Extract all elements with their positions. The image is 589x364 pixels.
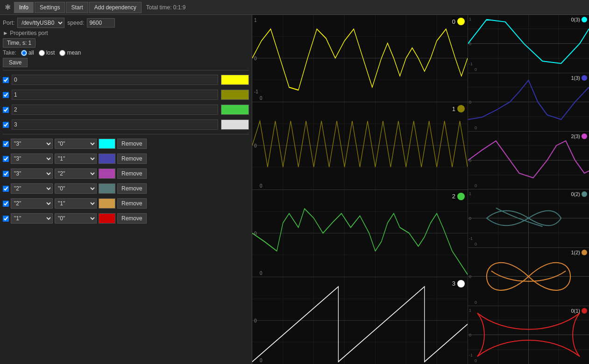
take-mean-label[interactable]: mean — [59, 49, 81, 56]
channel-2-check[interactable] — [3, 107, 9, 113]
dep-1-ch2[interactable]: "1" — [55, 154, 97, 164]
mini-2-3-badge: 2(3) — [571, 133, 587, 139]
chart-2-badge-dot — [457, 193, 465, 200]
channel-row-3 — [3, 118, 249, 131]
chart-2-badge-num: 2 — [452, 193, 455, 200]
channel-1-check[interactable] — [3, 92, 9, 98]
dep-0-remove[interactable]: Remove — [117, 139, 147, 149]
start-button[interactable]: Start — [66, 2, 88, 13]
dep-row-3: "2" "0" Remove — [3, 182, 249, 195]
channel-0-check[interactable] — [3, 77, 9, 83]
dep-3-color[interactable] — [99, 183, 115, 194]
take-all-text: all — [28, 49, 34, 56]
mini-0-3-y2: 0 — [469, 42, 471, 46]
dep-0-check[interactable] — [3, 141, 9, 147]
dep-0-ch1[interactable]: "3" — [11, 139, 53, 149]
channel-row-2 — [3, 103, 249, 116]
dep-3-check[interactable] — [3, 186, 9, 192]
chart-3: 0 0 3 — [252, 277, 468, 364]
mini-0-2-svg — [468, 189, 589, 247]
mini-0-1-dot — [582, 308, 587, 314]
mini-chart-0-2: 1 0 -1 0 0(2) — [468, 189, 589, 248]
channel-1-color[interactable] — [221, 90, 249, 100]
mini-1-2-svg — [468, 248, 589, 306]
channel-3-check[interactable] — [3, 122, 9, 128]
speed-input[interactable] — [87, 18, 115, 28]
dep-3-ch1[interactable]: "2" — [11, 183, 53, 194]
channel-3-name[interactable] — [12, 119, 218, 130]
dep-row-2: "3" "2" Remove — [3, 167, 249, 180]
channel-2-color[interactable] — [221, 105, 249, 115]
dep-2-ch1[interactable]: "3" — [11, 168, 53, 179]
mini-0-2-y1: 1 — [469, 191, 471, 196]
chart-1-x-start: 0 — [260, 183, 263, 189]
channel-2-name[interactable] — [12, 105, 218, 115]
dep-1-check[interactable] — [3, 156, 9, 162]
dep-5-remove[interactable]: Remove — [117, 213, 147, 224]
take-lost-radio[interactable] — [39, 50, 45, 56]
channel-0-color[interactable] — [221, 75, 249, 85]
add-dependency-button[interactable]: Add dependency — [89, 2, 142, 13]
mini-0-2-y3: -1 — [469, 236, 473, 241]
mini-chart-0-1: 1 0 -1 0 0(1) — [468, 306, 589, 364]
settings-button[interactable]: Settings — [35, 2, 65, 13]
dep-4-ch1[interactable]: "2" — [11, 198, 53, 209]
mini-1-2-dot — [582, 250, 587, 255]
dep-4-remove[interactable]: Remove — [117, 198, 147, 209]
chart-0-y-top: 1 — [254, 18, 257, 23]
mini-0-3-svg — [468, 15, 589, 73]
port-select[interactable]: /dev/ttyUSB0 — [17, 18, 64, 28]
mini-0-2-y2: 0 — [469, 216, 471, 221]
dep-2-remove[interactable]: Remove — [117, 168, 147, 179]
dep-1-ch1[interactable]: "3" — [11, 154, 53, 164]
dep-5-ch2[interactable]: "0" — [55, 213, 97, 224]
channel-3-color[interactable] — [221, 119, 249, 130]
chart-2-badge: 2 — [452, 193, 465, 200]
info-button[interactable]: Info — [14, 2, 34, 13]
properties-row[interactable]: ► Properities port — [3, 30, 249, 36]
dep-5-check[interactable] — [3, 216, 9, 222]
take-all-radio[interactable] — [21, 50, 27, 56]
dep-row-1: "3" "1" Remove — [3, 152, 249, 165]
chart-1-y-zero: 0 — [254, 143, 257, 148]
dep-3-ch2[interactable]: "0" — [55, 183, 97, 194]
dep-4-check[interactable] — [3, 201, 9, 207]
dep-4-ch2[interactable]: "1" — [55, 198, 97, 209]
dep-0-color[interactable] — [99, 139, 115, 149]
chart-2-y-zero: 0 — [254, 231, 257, 236]
take-lost-label[interactable]: lost — [39, 49, 55, 56]
mini-1-3-badge: 1(3) — [571, 75, 587, 81]
dep-5-ch1[interactable]: "1" — [11, 213, 53, 224]
mini-0-3-label: 0(3) — [571, 17, 580, 22]
dep-1-color[interactable] — [99, 154, 115, 164]
take-all-label[interactable]: all — [21, 49, 34, 56]
mini-0-1-svg — [468, 306, 589, 364]
take-mean-radio[interactable] — [59, 50, 65, 56]
mini-0-1-y1: 1 — [469, 308, 471, 313]
dep-2-color[interactable] — [99, 168, 115, 179]
save-button[interactable]: Save — [3, 58, 28, 67]
app-icon[interactable]: ✱ — [2, 2, 13, 13]
divider-2 — [3, 134, 249, 134]
dep-2-ch2[interactable]: "2" — [55, 168, 97, 179]
center-panel: 1 0 -1 0 0 — [252, 15, 468, 364]
dep-5-color[interactable] — [99, 213, 115, 224]
chart-3-badge-num: 3 — [452, 280, 455, 287]
dep-2-check[interactable] — [3, 171, 9, 177]
mini-1-3-x1: 0 — [475, 126, 477, 130]
dep-1-remove[interactable]: Remove — [117, 154, 147, 164]
chart-0-y-zero: 0 — [254, 56, 257, 61]
dep-0-ch2[interactable]: "0" — [55, 139, 97, 149]
dep-3-remove[interactable]: Remove — [117, 183, 147, 194]
channel-1-name[interactable] — [12, 90, 218, 100]
take-row: Take: all lost mean — [3, 49, 249, 56]
dep-4-color[interactable] — [99, 198, 115, 209]
mini-0-1-y3: -1 — [469, 353, 473, 357]
mini-2-3-x1: 0 — [475, 183, 477, 188]
time-row: Time, s: 1 — [3, 38, 249, 48]
mini-2-3-svg — [468, 132, 589, 189]
channel-0-name[interactable] — [12, 75, 218, 85]
mini-1-2-y2: 0 — [469, 274, 471, 279]
chart-0-badge: 0 — [452, 18, 465, 25]
time-button[interactable]: Time, s: 1 — [3, 38, 35, 48]
